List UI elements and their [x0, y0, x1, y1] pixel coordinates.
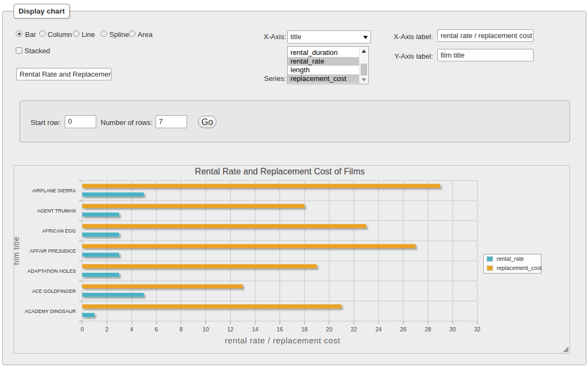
svg-text:film title: film title	[14, 236, 21, 265]
svg-text:Rental Rate and Replacement Co: Rental Rate and Replacement Cost of Film…	[195, 167, 364, 176]
svg-text:ACADEMY DINOSAUR: ACADEMY DINOSAUR	[24, 309, 76, 314]
svg-text:2: 2	[106, 326, 109, 333]
svg-text:ACE GOLDFINGER: ACE GOLDFINGER	[32, 289, 76, 294]
svg-text:AFRICAN EGG: AFRICAN EGG	[42, 228, 76, 234]
svg-text:rental rate / replacement cost: rental rate / replacement cost	[225, 336, 340, 345]
svg-text:20: 20	[326, 326, 332, 333]
svg-text:22: 22	[351, 326, 357, 333]
svg-text:14: 14	[252, 326, 258, 333]
svg-text:18: 18	[301, 326, 308, 333]
svg-text:ADAPTATION HOLES: ADAPTATION HOLES	[27, 268, 76, 274]
svg-text:replacement_cost: replacement_cost	[497, 265, 542, 271]
svg-text:8: 8	[180, 326, 183, 333]
svg-text:10: 10	[202, 326, 209, 333]
svg-text:30: 30	[449, 326, 456, 333]
svg-text:AGENT TRUMAN: AGENT TRUMAN	[37, 208, 76, 214]
svg-text:24: 24	[375, 326, 382, 333]
svg-text:28: 28	[425, 326, 431, 333]
svg-text:6: 6	[154, 326, 158, 333]
svg-text:AIRPLANE SIERRA: AIRPLANE SIERRA	[32, 188, 76, 193]
svg-text:26: 26	[400, 326, 407, 333]
svg-text:AFFAIR PREJUDICE: AFFAIR PREJUDICE	[30, 248, 76, 254]
svg-text:rental_rate: rental_rate	[497, 255, 524, 262]
svg-text:12: 12	[227, 326, 234, 333]
svg-text:4: 4	[130, 326, 133, 333]
svg-text:16: 16	[277, 326, 283, 333]
svg-text:32: 32	[474, 326, 481, 333]
svg-text:0: 0	[81, 326, 84, 333]
